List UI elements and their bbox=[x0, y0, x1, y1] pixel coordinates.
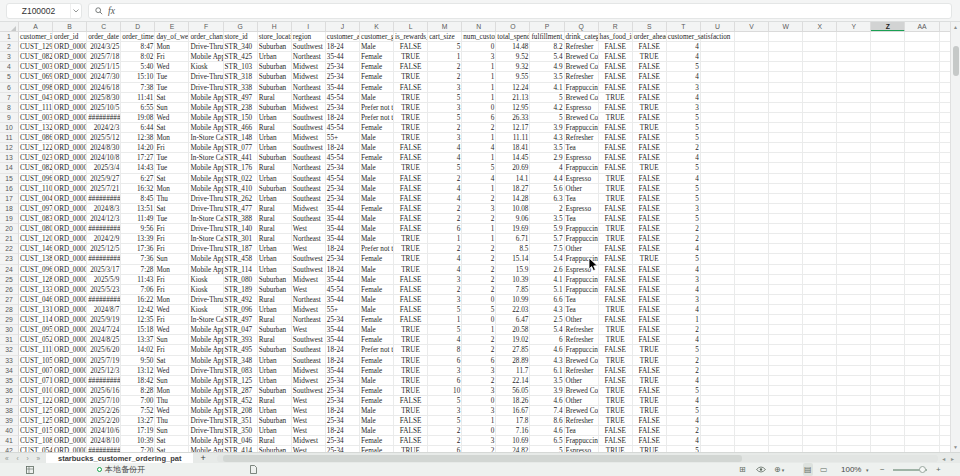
row-number[interactable]: 7 bbox=[0, 93, 19, 103]
cell[interactable] bbox=[871, 366, 905, 376]
cell[interactable]: Southwest bbox=[292, 113, 326, 123]
cell[interactable]: Female bbox=[360, 285, 394, 295]
cell[interactable]: ORD_00000 bbox=[53, 366, 87, 376]
cell[interactable]: Refresher bbox=[565, 325, 599, 335]
cell[interactable]: CUST_0152 bbox=[19, 426, 53, 436]
cell[interactable] bbox=[701, 295, 735, 305]
cell[interactable]: 1 bbox=[462, 93, 496, 103]
cell[interactable]: Suburban bbox=[258, 325, 292, 335]
row-number[interactable]: 8 bbox=[0, 103, 19, 113]
cell[interactable]: 15.9 bbox=[496, 265, 530, 275]
cell[interactable] bbox=[735, 295, 769, 305]
cell[interactable] bbox=[803, 396, 837, 406]
cell[interactable]: 5.7 bbox=[530, 234, 564, 244]
cell[interactable]: 4.1 bbox=[530, 275, 564, 285]
cell[interactable]: Rural bbox=[258, 315, 292, 325]
cell[interactable]: 35-44 bbox=[326, 214, 360, 224]
cell[interactable]: Urban bbox=[258, 406, 292, 416]
cell[interactable]: ORD_00000 bbox=[53, 204, 87, 214]
zoom-slider[interactable] bbox=[893, 463, 927, 476]
cell[interactable]: 1 bbox=[462, 234, 496, 244]
cell[interactable] bbox=[905, 345, 939, 355]
cell[interactable] bbox=[769, 194, 803, 204]
cell[interactable]: 17.8 bbox=[496, 416, 530, 426]
cell[interactable]: Drive-Thru bbox=[189, 416, 223, 426]
cell[interactable] bbox=[837, 163, 871, 173]
cell[interactable]: Southeast bbox=[292, 194, 326, 204]
cell[interactable]: Wed bbox=[155, 113, 189, 123]
cell[interactable]: Male bbox=[360, 133, 394, 143]
cell[interactable] bbox=[871, 254, 905, 264]
cell[interactable]: 7:38 bbox=[121, 83, 155, 93]
cell[interactable]: 2.9 bbox=[530, 153, 564, 163]
cell[interactable]: FALSE bbox=[633, 386, 667, 396]
cell[interactable] bbox=[769, 52, 803, 62]
cell[interactable]: 3 bbox=[462, 366, 496, 376]
cell[interactable] bbox=[769, 265, 803, 275]
cell[interactable] bbox=[701, 426, 735, 436]
cell[interactable]: 4 bbox=[667, 436, 701, 446]
column-header-W[interactable]: W bbox=[769, 22, 803, 32]
header-cell[interactable]: day_of_week bbox=[155, 32, 189, 42]
cell[interactable]: Female bbox=[360, 356, 394, 366]
cell[interactable] bbox=[803, 214, 837, 224]
cell[interactable]: 2 bbox=[428, 214, 462, 224]
cell[interactable]: Thu bbox=[155, 416, 189, 426]
cell[interactable]: Mobile App bbox=[189, 335, 223, 345]
cell[interactable]: FALSE bbox=[599, 83, 633, 93]
cell[interactable]: FALSE bbox=[599, 285, 633, 295]
header-cell[interactable] bbox=[735, 32, 769, 42]
row-number[interactable]: 21 bbox=[0, 234, 19, 244]
cell[interactable] bbox=[940, 305, 950, 315]
cell[interactable] bbox=[940, 113, 950, 123]
cell[interactable] bbox=[871, 103, 905, 113]
cell[interactable] bbox=[837, 143, 871, 153]
cell[interactable] bbox=[940, 396, 950, 406]
cell[interactable]: 14.1 bbox=[496, 174, 530, 184]
cell[interactable] bbox=[871, 42, 905, 52]
cell[interactable] bbox=[940, 325, 950, 335]
cell[interactable]: STR_350 bbox=[224, 426, 258, 436]
cell[interactable] bbox=[837, 93, 871, 103]
cell[interactable] bbox=[769, 366, 803, 376]
cell[interactable]: 3 bbox=[667, 204, 701, 214]
cell[interactable]: 18.41 bbox=[496, 143, 530, 153]
cell[interactable]: 5.4 bbox=[530, 254, 564, 264]
column-header-T[interactable]: T bbox=[667, 22, 701, 32]
cell[interactable]: Midwest bbox=[292, 204, 326, 214]
cell[interactable] bbox=[735, 265, 769, 275]
cell[interactable] bbox=[905, 285, 939, 295]
cell[interactable]: 25-34 bbox=[326, 163, 360, 173]
zoom-slider-thumb[interactable] bbox=[919, 466, 926, 473]
cell[interactable]: STR_393 bbox=[224, 335, 258, 345]
cell[interactable] bbox=[837, 52, 871, 62]
horizontal-scrollbar[interactable] bbox=[217, 455, 939, 462]
cell[interactable]: 3 bbox=[462, 406, 496, 416]
cell[interactable]: CUST_0832 bbox=[19, 214, 53, 224]
cell[interactable]: TRUE bbox=[599, 335, 633, 345]
cell[interactable]: Northeast bbox=[292, 93, 326, 103]
cell[interactable] bbox=[803, 335, 837, 345]
cell[interactable]: Female bbox=[360, 386, 394, 396]
cell[interactable]: 2025/12/5 bbox=[87, 244, 121, 254]
cell[interactable] bbox=[871, 315, 905, 325]
cell[interactable] bbox=[769, 93, 803, 103]
cell[interactable]: ORD_00000 bbox=[53, 62, 87, 72]
cell[interactable]: FALSE bbox=[633, 426, 667, 436]
row-number[interactable]: 14 bbox=[0, 163, 19, 173]
cell[interactable] bbox=[905, 103, 939, 113]
cell[interactable]: 18-24 bbox=[326, 143, 360, 153]
cell[interactable]: 5 bbox=[667, 386, 701, 396]
cell[interactable]: 2 bbox=[428, 72, 462, 82]
cell[interactable] bbox=[803, 315, 837, 325]
cell[interactable]: 20.69 bbox=[496, 163, 530, 173]
cell[interactable]: 4 bbox=[667, 72, 701, 82]
cell[interactable] bbox=[701, 234, 735, 244]
cell[interactable] bbox=[701, 72, 735, 82]
cell[interactable]: ORD_00000 bbox=[53, 234, 87, 244]
cell[interactable] bbox=[769, 254, 803, 264]
cell[interactable]: 5 bbox=[428, 325, 462, 335]
cell[interactable]: 4 bbox=[428, 254, 462, 264]
cell[interactable] bbox=[769, 285, 803, 295]
cell[interactable]: 8.2 bbox=[530, 42, 564, 52]
